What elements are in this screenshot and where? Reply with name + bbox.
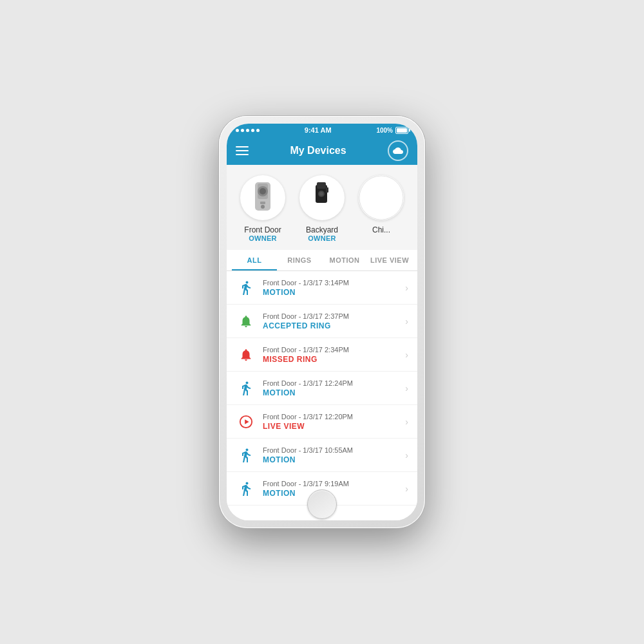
- battery-area: 100%: [376, 127, 408, 134]
- tab-rings[interactable]: RINGS: [277, 250, 322, 270]
- activity-icon-play: [236, 415, 256, 429]
- tab-all[interactable]: ALL: [232, 250, 277, 270]
- activity-date-1: Front Door - 1/3/17 2:37PM: [263, 312, 400, 320]
- activity-item-3[interactable]: Front Door - 1/3/17 12:24PM MOTION ›: [227, 372, 417, 405]
- activity-item-1[interactable]: Front Door - 1/3/17 2:37PM ACCEPTED RING…: [227, 305, 417, 338]
- activity-list: Front Door - 1/3/17 3:14PM MOTION › Fron…: [227, 271, 417, 520]
- activity-item-4[interactable]: Front Door - 1/3/17 12:20PM LIVE VIEW ›: [227, 405, 417, 439]
- activity-content-2: Front Door - 1/3/17 2:34PM MISSED RING: [263, 346, 400, 364]
- activity-icon-motion-0: [236, 280, 256, 296]
- activity-item-0[interactable]: Front Door - 1/3/17 3:14PM MOTION ›: [227, 271, 417, 305]
- activity-icon-bell-green: [236, 314, 256, 328]
- page-title: My Devices: [290, 145, 346, 156]
- svg-rect-10: [326, 187, 328, 193]
- activity-date-0: Front Door - 1/3/17 3:14PM: [263, 279, 400, 287]
- phone-screen: 9:41 AM 100% My Devices: [227, 124, 417, 520]
- chevron-1: ›: [405, 316, 408, 327]
- battery-icon: [395, 127, 408, 134]
- svg-marker-14: [245, 419, 249, 424]
- svg-point-9: [319, 192, 323, 196]
- activity-date-6: Front Door - 1/3/17 9:19AM: [263, 480, 400, 488]
- chevron-2: ›: [405, 350, 408, 360]
- cloud-button[interactable]: [388, 140, 408, 161]
- activity-date-3: Front Door - 1/3/17 12:24PM: [263, 379, 400, 387]
- activity-type-1: ACCEPTED RING: [263, 321, 400, 330]
- status-time: 9:41 AM: [305, 126, 332, 134]
- activity-item-2[interactable]: Front Door - 1/3/17 2:34PM MISSED RING ›: [227, 338, 417, 372]
- svg-point-12: [359, 176, 403, 220]
- activity-item-5[interactable]: Front Door - 1/3/17 10:55AM MOTION ›: [227, 439, 417, 472]
- device-circle-frontdoor: [240, 175, 285, 220]
- battery-label: 100%: [376, 127, 393, 134]
- activity-type-3: MOTION: [263, 388, 400, 397]
- device-card-frontdoor[interactable]: Front Door OWNER: [237, 175, 289, 242]
- activity-content-5: Front Door - 1/3/17 10:55AM MOTION: [263, 446, 400, 464]
- activity-type-4: LIVE VIEW: [263, 422, 400, 431]
- activity-content-0: Front Door - 1/3/17 3:14PM MOTION: [263, 279, 400, 297]
- signal-dots: [236, 129, 260, 132]
- activity-icon-motion-3: [236, 381, 256, 396]
- device-card-partial[interactable]: Chi...: [355, 175, 407, 242]
- screen-content: Front Door OWNER Backyard OW: [227, 165, 417, 520]
- device-circle-partial: [359, 175, 404, 220]
- activity-icon-bell-red: [236, 348, 256, 362]
- svg-point-5: [261, 205, 265, 209]
- device-role-backyard: OWNER: [308, 234, 336, 242]
- activity-type-5: MOTION: [263, 455, 400, 464]
- svg-rect-7: [317, 182, 326, 189]
- device-name-backyard: Backyard: [306, 225, 338, 234]
- chevron-6: ›: [405, 484, 408, 494]
- hamburger-button[interactable]: [236, 146, 249, 155]
- svg-rect-4: [260, 202, 265, 204]
- device-name-partial: Chi...: [372, 225, 390, 234]
- activity-content-1: Front Door - 1/3/17 2:37PM ACCEPTED RING: [263, 312, 400, 330]
- activity-icon-motion-6: [236, 481, 256, 497]
- chevron-5: ›: [405, 450, 408, 460]
- device-role-frontdoor: OWNER: [249, 234, 277, 242]
- phone-frame: 9:41 AM 100% My Devices: [219, 116, 425, 528]
- activity-type-2: MISSED RING: [263, 355, 400, 364]
- devices-section: Front Door OWNER Backyard OW: [227, 165, 417, 250]
- chevron-0: ›: [405, 283, 408, 293]
- activity-content-4: Front Door - 1/3/17 12:20PM LIVE VIEW: [263, 413, 400, 431]
- status-bar: 9:41 AM 100%: [227, 124, 417, 137]
- activity-type-0: MOTION: [263, 288, 400, 297]
- svg-point-3: [260, 188, 266, 194]
- activity-date-5: Front Door - 1/3/17 10:55AM: [263, 446, 400, 454]
- device-circle-backyard: [299, 175, 345, 220]
- device-name-frontdoor: Front Door: [244, 225, 281, 234]
- chevron-3: ›: [405, 383, 408, 393]
- tab-motion[interactable]: MOTION: [322, 250, 367, 270]
- activity-date-2: Front Door - 1/3/17 2:34PM: [263, 346, 400, 354]
- home-button[interactable]: [307, 489, 337, 519]
- tab-liveview[interactable]: LIVE VIEW: [367, 250, 412, 270]
- app-header: My Devices: [227, 137, 417, 165]
- activity-date-4: Front Door - 1/3/17 12:20PM: [263, 413, 400, 421]
- chevron-4: ›: [405, 417, 408, 427]
- tabs-bar: ALL RINGS MOTION LIVE VIEW: [227, 250, 417, 271]
- activity-content-3: Front Door - 1/3/17 12:24PM MOTION: [263, 379, 400, 397]
- activity-icon-motion-5: [236, 448, 256, 463]
- device-card-backyard[interactable]: Backyard OWNER: [296, 175, 348, 242]
